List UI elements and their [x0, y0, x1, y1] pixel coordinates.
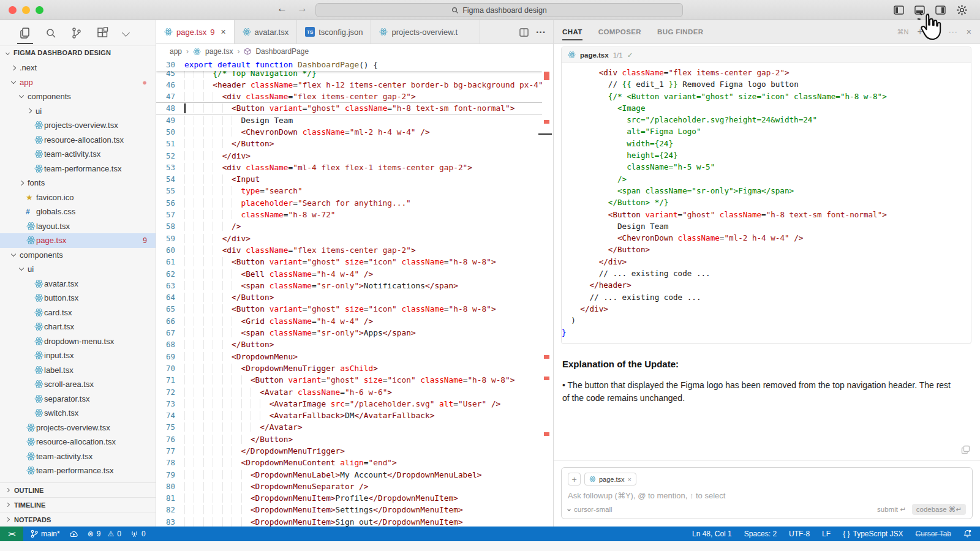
tab-avatar-tsx[interactable]: avatar.tsx	[235, 20, 298, 43]
encoding-item[interactable]: UTF-8	[789, 530, 810, 538]
file-name: layout.tsx	[36, 222, 70, 231]
tree-item[interactable]: chart.tsx	[0, 320, 156, 334]
maximize-window-button[interactable]	[36, 6, 43, 14]
tree-item[interactable]: .next	[0, 61, 156, 75]
tab-composer[interactable]: COMPOSER	[598, 20, 641, 44]
code-line: 48 <Button variant="ghost" className="h-…	[156, 102, 542, 114]
tree-item[interactable]: resource-allocation.tsx	[0, 435, 156, 449]
code-line: 73 <AvatarImage src="/placeholder.svg" a…	[156, 398, 542, 410]
code-line: Design Team	[562, 220, 971, 232]
close-tab-icon[interactable]: ×	[221, 27, 225, 37]
copy-message-icon[interactable]	[961, 445, 970, 454]
tab-chat[interactable]: CHAT	[562, 20, 582, 44]
code-editor[interactable]: 45 {/* Top Navigation */}46 <header clas…	[156, 59, 553, 527]
tree-item[interactable]: switch.tsx	[0, 406, 156, 421]
history-back-button[interactable]: ←	[277, 2, 287, 15]
chat-input-placeholder[interactable]: Ask followup (⌘Y), @ to mention, ↑ to se…	[568, 491, 966, 500]
cursor-position-item[interactable]: Ln 48, Col 1	[692, 530, 732, 538]
tree-item[interactable]: team-activity.tsx	[0, 147, 156, 162]
tab-tsconfig-json[interactable]: TS tsconfig.json	[297, 20, 371, 43]
tree-item[interactable]: ui	[0, 104, 156, 119]
tree-item[interactable]: team-performance.tsx	[0, 162, 156, 176]
tab-projects-overview[interactable]: projects-overview.t	[371, 20, 480, 43]
eol-item[interactable]: LF	[822, 530, 831, 538]
tab-bug-finder[interactable]: BUG FINDER	[657, 20, 704, 44]
explorer-icon[interactable]	[20, 26, 31, 40]
tree-item[interactable]: layout.tsx	[0, 219, 156, 234]
tree-item[interactable]: projects-overview.tsx	[0, 421, 156, 435]
timeline-section-header[interactable]: TIMELINE	[0, 497, 156, 512]
chat-close-icon[interactable]: ×	[967, 27, 971, 37]
scrollbar-position-line[interactable]	[538, 133, 552, 135]
tree-item[interactable]: components	[0, 89, 156, 104]
submit-button[interactable]: submit ↵	[877, 505, 906, 514]
codebase-submit-button[interactable]: codebase ⌘↵	[912, 504, 966, 515]
search-icon[interactable]	[45, 26, 56, 40]
tree-item[interactable]: label.tsx	[0, 363, 156, 378]
tree-item[interactable]: team-performance.tsx	[0, 463, 156, 478]
split-editor-icon[interactable]	[519, 28, 529, 37]
tree-item[interactable]: dropdown-menu.tsx	[0, 334, 156, 349]
tree-item[interactable]: fonts	[0, 176, 156, 190]
outline-section-header[interactable]: OUTLINE	[0, 482, 156, 497]
chat-more-icon[interactable]: ···	[949, 28, 958, 36]
breadcrumb-separator: ›	[186, 47, 189, 56]
source-control-icon[interactable]	[71, 26, 82, 40]
tree-item[interactable]: app ●	[0, 75, 156, 90]
chat-input-box[interactable]: + page.tsx × Ask followup (⌘Y), @ to men…	[561, 467, 973, 519]
line-number: 61	[156, 256, 184, 268]
breadcrumb-symbol[interactable]: DashboardPage	[255, 47, 309, 56]
tree-item[interactable]: ui	[0, 262, 156, 277]
tree-item[interactable]: # globals.css	[0, 204, 156, 219]
tree-item[interactable]: page.tsx 9	[0, 233, 156, 248]
tree-item[interactable]: resource-allocation.tsx	[0, 133, 156, 148]
command-center-search[interactable]: Figma dashboard design	[315, 3, 683, 17]
remote-indicator[interactable]: ><	[0, 527, 23, 541]
tree-item[interactable]: scroll-area.tsx	[0, 377, 156, 392]
line-number: 58	[156, 220, 184, 232]
tree-item[interactable]: separator.tsx	[0, 392, 156, 407]
ports-item[interactable]: 0	[130, 530, 146, 538]
indentation-item[interactable]: Spaces: 2	[744, 530, 777, 538]
overview-ruler[interactable]	[542, 59, 553, 527]
remove-chip-icon[interactable]: ×	[628, 476, 631, 483]
code-block-header[interactable]: page.tsx 1/1 ✓	[562, 47, 971, 63]
minimize-window-button[interactable]	[22, 6, 30, 14]
breadcrumb-app[interactable]: app	[170, 47, 182, 56]
typescript-file-icon: TS	[305, 27, 315, 37]
close-window-button[interactable]	[9, 6, 17, 14]
code-line: 59 </div>	[156, 233, 542, 244]
publish-changes-item[interactable]	[69, 530, 78, 538]
notifications-bell-item[interactable]	[963, 530, 971, 538]
more-actions-icon[interactable]: ···	[536, 27, 546, 38]
breadcrumb[interactable]: app › page.tsx › DashboardPage	[156, 44, 553, 59]
tree-item[interactable]: ★ favicon.ico	[0, 190, 156, 205]
notepads-section-header[interactable]: NOTEPADS	[0, 512, 156, 527]
breadcrumb-file[interactable]: page.tsx	[205, 47, 233, 56]
context-chip-page-tsx[interactable]: page.tsx ×	[584, 473, 636, 485]
extensions-icon[interactable]	[97, 26, 108, 40]
code-line: 69 <DropdownMenu>	[156, 351, 542, 362]
tree-item[interactable]: card.tsx	[0, 305, 156, 320]
tree-item[interactable]: avatar.tsx	[0, 277, 156, 291]
language-mode-item[interactable]: { } TypeScript JSX	[843, 530, 903, 538]
tree-item[interactable]: button.tsx	[0, 291, 156, 305]
tab-page-tsx[interactable]: page.tsx 9 ×	[156, 20, 235, 43]
window-controls[interactable]	[9, 6, 43, 14]
tree-item[interactable]: projects-overview.tsx	[0, 118, 156, 133]
history-forward-button[interactable]: →	[297, 2, 307, 15]
settings-gear-icon[interactable]	[956, 4, 968, 16]
more-views-chevron-icon[interactable]	[123, 26, 129, 40]
chat-panel: CHAT COMPOSER BUG FINDER ⌘N + ··· ×	[553, 20, 980, 527]
tree-item[interactable]: components	[0, 248, 156, 263]
toggle-left-panel-icon[interactable]	[894, 6, 904, 15]
model-selector[interactable]: cursor-small	[568, 506, 612, 513]
tree-item[interactable]: input.tsx	[0, 348, 156, 363]
cursor-tab-item[interactable]: Cursor Tab	[916, 530, 951, 538]
explorer-root-header[interactable]: FIGMA DASHBOARD DESIGN	[0, 46, 156, 59]
git-branch-item[interactable]: main*	[31, 530, 60, 538]
problems-item[interactable]: ⊗ 9 ⚠ 0	[88, 530, 121, 538]
code-line: 80 <DropdownMenuSeparator />	[156, 481, 542, 492]
add-context-button[interactable]: +	[568, 473, 581, 485]
tree-item[interactable]: team-activity.tsx	[0, 449, 156, 464]
